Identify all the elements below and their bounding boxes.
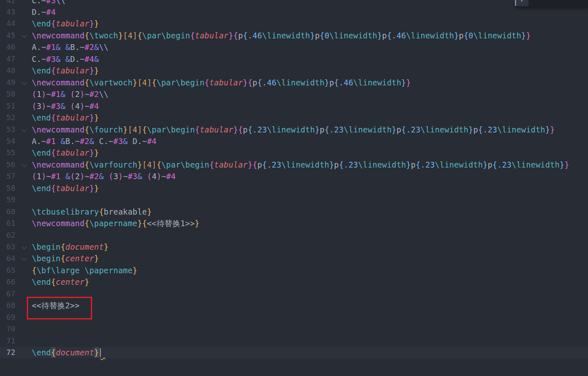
fold-chevron-icon[interactable] bbox=[21, 256, 27, 261]
token: { bbox=[387, 31, 392, 40]
token: 1 bbox=[37, 172, 42, 181]
token: C.~ bbox=[32, 54, 46, 64]
token: { bbox=[85, 125, 90, 134]
token: ~ bbox=[85, 90, 90, 99]
token: tabular bbox=[200, 125, 233, 134]
token: ) bbox=[80, 90, 85, 99]
code-line-66[interactable]: 66\end{center} bbox=[0, 276, 588, 288]
code-line-70[interactable]: 70 bbox=[0, 323, 588, 335]
token: tabular bbox=[56, 66, 89, 75]
code-line-45[interactable]: 45\newcommand{\twoch}[4]{\par\begin{tabu… bbox=[0, 30, 588, 41]
code-line-54[interactable]: 54A.~#1 &B.~#2& C.~#3& D.~#4 bbox=[0, 135, 588, 147]
token: p bbox=[411, 160, 416, 169]
code-line-63[interactable]: 63\begin{document} bbox=[0, 241, 588, 253]
token: D.~ bbox=[32, 7, 46, 17]
code-line-52[interactable]: 52\end{tabular}} bbox=[0, 112, 588, 123]
token: \par\begin bbox=[142, 31, 190, 40]
code-line-57[interactable]: 57(1)~#1 &(2)~#2& (3)~#3& (4)~#4 bbox=[0, 170, 588, 182]
line-number: 52 bbox=[0, 112, 15, 123]
code-line-67[interactable]: 67 bbox=[0, 288, 588, 300]
code-text: (3)~#3& (4)~#4 bbox=[32, 100, 99, 112]
token: { bbox=[190, 31, 195, 40]
token: #4 bbox=[166, 172, 176, 181]
token: { bbox=[334, 78, 339, 87]
code-line-62[interactable]: 62 bbox=[0, 229, 588, 241]
token: \twoch bbox=[89, 31, 118, 40]
token: #2 bbox=[90, 90, 99, 99]
token: ) bbox=[41, 102, 46, 111]
code-line-65[interactable]: 65{\bf\large \papername} bbox=[0, 265, 588, 276]
token: A.~ bbox=[32, 137, 46, 146]
line-number: 69 bbox=[0, 312, 15, 323]
token: document bbox=[65, 242, 104, 251]
token: #3 bbox=[46, 54, 56, 64]
code-line-48[interactable]: 48\end{tabular}} bbox=[0, 65, 588, 76]
token: } bbox=[392, 125, 397, 134]
code-line-53[interactable]: 53\newcommand{\fourch}[4]{\par\begin{tab… bbox=[0, 124, 588, 135]
code-line-43[interactable]: 43D.~#4 bbox=[0, 6, 588, 18]
token: 0 bbox=[325, 31, 330, 40]
code-line-61[interactable]: 61\newcommand{\papername}{<<待替换1>>} bbox=[0, 218, 588, 229]
code-line-64[interactable]: 64\begin{center} bbox=[0, 253, 588, 264]
code-line-42[interactable]: 42C.~#3\\ bbox=[0, 0, 588, 6]
line-number: 55 bbox=[0, 147, 15, 158]
token: { bbox=[416, 160, 421, 169]
find-widget-partial[interactable] bbox=[515, 0, 588, 7]
code-area[interactable]: 42C.~#3\\43D.~#444\end{tabular}}45\newco… bbox=[0, 0, 588, 376]
code-line-71[interactable]: 71 bbox=[0, 335, 588, 347]
code-line-55[interactable]: 55\end{tabular}} bbox=[0, 147, 588, 158]
line-number: 51 bbox=[0, 100, 15, 112]
code-line-44[interactable]: 44\end{tabular}} bbox=[0, 18, 588, 29]
token: \begin bbox=[32, 242, 61, 251]
token: .23 bbox=[406, 125, 420, 134]
token: B.~ bbox=[65, 137, 80, 146]
token: & bbox=[94, 54, 99, 64]
code-line-59[interactable]: 59 bbox=[0, 194, 588, 206]
fold-chevron-icon[interactable] bbox=[21, 162, 27, 167]
token: \linewidth bbox=[473, 31, 521, 40]
code-line-58[interactable]: 58\end{tabular}} bbox=[0, 182, 588, 194]
token: p bbox=[488, 160, 493, 169]
token bbox=[80, 266, 85, 275]
code-text: \end{tabular}} bbox=[32, 18, 99, 29]
token: { bbox=[339, 160, 344, 169]
token: \end bbox=[32, 277, 51, 286]
token: { bbox=[248, 78, 253, 87]
code-line-51[interactable]: 51(3)~#3& (4)~#4 bbox=[0, 100, 588, 112]
code-line-47[interactable]: 47C.~#3& &D.~#4& bbox=[0, 53, 588, 65]
token: ) bbox=[41, 90, 46, 99]
token: ( bbox=[70, 172, 75, 181]
code-line-68[interactable]: 68<<待替换2>> bbox=[0, 300, 588, 311]
code-line-49[interactable]: 49\newcommand{\vartwoch}[4]{\par\begin{t… bbox=[0, 77, 588, 88]
code-line-46[interactable]: 46A.~#1& &B.~#2&\\ bbox=[0, 41, 588, 53]
token: { bbox=[51, 113, 56, 122]
token: } bbox=[483, 160, 488, 169]
token: { bbox=[243, 31, 248, 40]
find-widget-toggle-button[interactable] bbox=[516, 0, 529, 6]
code-text: \begin{center} bbox=[32, 253, 99, 264]
fold-chevron-icon[interactable] bbox=[21, 33, 27, 38]
line-number: 58 bbox=[0, 182, 15, 194]
token: } bbox=[94, 113, 99, 122]
code-line-60[interactable]: 60\tcbuselibrary{breakable} bbox=[0, 206, 588, 218]
fold-chevron-icon[interactable] bbox=[21, 244, 27, 249]
code-text: A.~#1 &B.~#2& C.~#3& D.~#4 bbox=[32, 135, 156, 147]
token: { bbox=[142, 219, 147, 228]
token: } bbox=[564, 160, 569, 169]
token: } bbox=[406, 78, 411, 87]
code-text: \end{tabular}} bbox=[32, 65, 99, 76]
code-line-69[interactable]: 69 bbox=[0, 312, 588, 323]
fold-chevron-icon[interactable] bbox=[21, 127, 27, 132]
token: } bbox=[233, 125, 238, 134]
token: \linewidth bbox=[358, 160, 406, 169]
token: & bbox=[61, 102, 66, 111]
token: tabular bbox=[214, 160, 248, 169]
token: ~ bbox=[46, 102, 51, 111]
token: .23 bbox=[420, 160, 435, 169]
code-line-72[interactable]: 72\end{document} bbox=[0, 347, 588, 358]
token: ( bbox=[32, 172, 37, 181]
fold-chevron-icon[interactable] bbox=[21, 80, 27, 85]
code-line-56[interactable]: 56\newcommand{\varfourch}[4]{\par\begin{… bbox=[0, 159, 588, 170]
token: \newcommand bbox=[32, 219, 85, 228]
code-line-50[interactable]: 50(1)~#1& (2)~#2\\ bbox=[0, 88, 588, 100]
